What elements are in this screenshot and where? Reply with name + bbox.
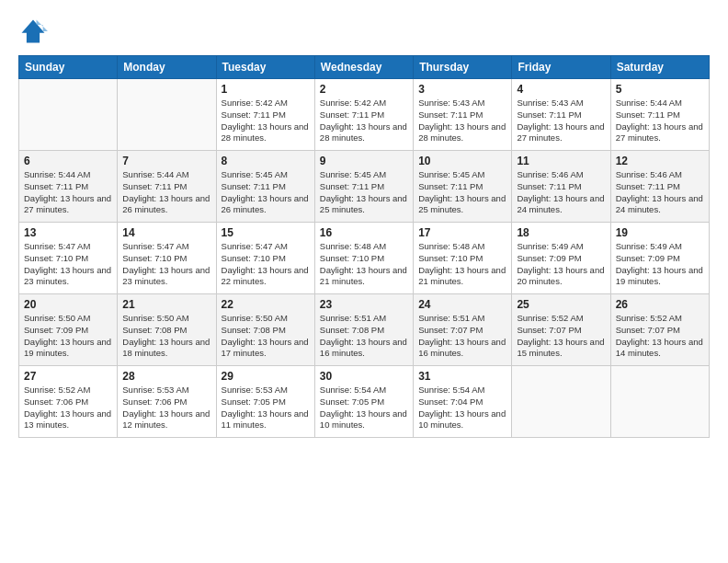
calendar-cell: 4Sunrise: 5:43 AMSunset: 7:11 PMDaylight… [512, 79, 610, 151]
day-detail: Sunrise: 5:53 AMSunset: 7:05 PMDaylight:… [222, 385, 310, 431]
day-number: 12 [616, 155, 704, 167]
day-number: 15 [222, 226, 310, 239]
logo-icon [18, 17, 48, 46]
day-detail: Sunrise: 5:50 AMSunset: 7:08 PMDaylight:… [222, 313, 310, 360]
calendar-cell: 25Sunrise: 5:52 AMSunset: 7:07 PMDayligh… [512, 294, 610, 366]
col-header-saturday: Saturday [610, 56, 709, 79]
calendar-cell: 29Sunrise: 5:53 AMSunset: 7:05 PMDayligh… [216, 366, 314, 438]
day-number: 10 [418, 155, 506, 167]
calendar-cell [19, 79, 118, 151]
day-number: 14 [122, 226, 210, 239]
day-number: 9 [320, 155, 408, 167]
col-header-tuesday: Tuesday [216, 56, 314, 79]
day-detail: Sunrise: 5:45 AMSunset: 7:11 PMDaylight:… [320, 169, 408, 216]
day-number: 22 [222, 298, 310, 311]
day-number: 29 [222, 370, 310, 383]
day-number: 11 [517, 155, 605, 167]
calendar-cell: 26Sunrise: 5:52 AMSunset: 7:07 PMDayligh… [610, 294, 709, 366]
day-number: 17 [418, 226, 506, 239]
calendar-cell: 28Sunrise: 5:53 AMSunset: 7:06 PMDayligh… [118, 366, 216, 438]
day-detail: Sunrise: 5:46 AMSunset: 7:11 PMDaylight:… [616, 169, 704, 216]
calendar-cell: 22Sunrise: 5:50 AMSunset: 7:08 PMDayligh… [216, 294, 314, 366]
day-detail: Sunrise: 5:54 AMSunset: 7:05 PMDaylight:… [320, 385, 408, 431]
day-number: 31 [418, 370, 506, 383]
calendar-table: SundayMondayTuesdayWednesdayThursdayFrid… [18, 55, 710, 438]
day-detail: Sunrise: 5:47 AMSunset: 7:10 PMDaylight:… [222, 241, 310, 288]
calendar-cell: 17Sunrise: 5:48 AMSunset: 7:10 PMDayligh… [414, 223, 512, 294]
day-number: 3 [418, 83, 506, 96]
day-number: 20 [24, 298, 112, 311]
logo [18, 17, 51, 46]
calendar-cell: 21Sunrise: 5:50 AMSunset: 7:08 PMDayligh… [118, 294, 216, 366]
calendar-cell: 5Sunrise: 5:44 AMSunset: 7:11 PMDaylight… [610, 79, 709, 151]
day-number: 7 [122, 155, 210, 167]
day-number: 24 [418, 298, 506, 311]
calendar-cell: 20Sunrise: 5:50 AMSunset: 7:09 PMDayligh… [19, 294, 118, 366]
day-number: 2 [320, 83, 408, 96]
calendar-cell: 6Sunrise: 5:44 AMSunset: 7:11 PMDaylight… [19, 151, 118, 223]
calendar-cell [610, 366, 709, 438]
day-detail: Sunrise: 5:44 AMSunset: 7:11 PMDaylight:… [616, 98, 704, 144]
calendar-cell: 16Sunrise: 5:48 AMSunset: 7:10 PMDayligh… [314, 223, 413, 294]
svg-marker-0 [22, 20, 45, 43]
day-detail: Sunrise: 5:49 AMSunset: 7:09 PMDaylight:… [517, 241, 605, 288]
week-row-5: 27Sunrise: 5:52 AMSunset: 7:06 PMDayligh… [19, 366, 710, 438]
calendar-cell: 9Sunrise: 5:45 AMSunset: 7:11 PMDaylight… [314, 151, 413, 223]
day-number: 30 [320, 370, 408, 383]
day-detail: Sunrise: 5:43 AMSunset: 7:11 PMDaylight:… [517, 98, 605, 144]
day-number: 26 [616, 298, 704, 311]
day-detail: Sunrise: 5:52 AMSunset: 7:07 PMDaylight:… [517, 313, 605, 360]
calendar-cell: 8Sunrise: 5:45 AMSunset: 7:11 PMDaylight… [216, 151, 314, 223]
calendar-cell: 24Sunrise: 5:51 AMSunset: 7:07 PMDayligh… [414, 294, 512, 366]
week-row-2: 6Sunrise: 5:44 AMSunset: 7:11 PMDaylight… [19, 151, 710, 223]
col-header-thursday: Thursday [414, 56, 512, 79]
day-number: 16 [320, 226, 408, 239]
col-header-wednesday: Wednesday [314, 56, 413, 79]
page: SundayMondayTuesdayWednesdayThursdayFrid… [0, 0, 728, 563]
day-number: 21 [122, 298, 210, 311]
day-detail: Sunrise: 5:42 AMSunset: 7:11 PMDaylight:… [222, 98, 310, 144]
day-detail: Sunrise: 5:43 AMSunset: 7:11 PMDaylight:… [418, 98, 506, 144]
calendar-cell: 13Sunrise: 5:47 AMSunset: 7:10 PMDayligh… [19, 223, 118, 294]
week-row-4: 20Sunrise: 5:50 AMSunset: 7:09 PMDayligh… [19, 294, 710, 366]
day-detail: Sunrise: 5:42 AMSunset: 7:11 PMDaylight:… [320, 98, 408, 144]
day-number: 1 [222, 83, 310, 96]
day-number: 13 [24, 226, 112, 239]
day-detail: Sunrise: 5:52 AMSunset: 7:06 PMDaylight:… [24, 385, 112, 431]
day-detail: Sunrise: 5:52 AMSunset: 7:07 PMDaylight:… [616, 313, 704, 360]
day-number: 25 [517, 298, 605, 311]
calendar-cell: 12Sunrise: 5:46 AMSunset: 7:11 PMDayligh… [610, 151, 709, 223]
day-number: 4 [517, 83, 605, 96]
day-number: 27 [24, 370, 112, 383]
day-detail: Sunrise: 5:46 AMSunset: 7:11 PMDaylight:… [517, 169, 605, 216]
day-number: 23 [320, 298, 408, 311]
day-number: 18 [517, 226, 605, 239]
calendar-cell: 11Sunrise: 5:46 AMSunset: 7:11 PMDayligh… [512, 151, 610, 223]
day-detail: Sunrise: 5:47 AMSunset: 7:10 PMDaylight:… [122, 241, 210, 288]
col-header-sunday: Sunday [19, 56, 118, 79]
day-detail: Sunrise: 5:45 AMSunset: 7:11 PMDaylight:… [418, 169, 506, 216]
calendar-cell [512, 366, 610, 438]
week-row-3: 13Sunrise: 5:47 AMSunset: 7:10 PMDayligh… [19, 223, 710, 294]
day-detail: Sunrise: 5:48 AMSunset: 7:10 PMDaylight:… [418, 241, 506, 288]
day-detail: Sunrise: 5:50 AMSunset: 7:08 PMDaylight:… [122, 313, 210, 360]
day-number: 5 [616, 83, 704, 96]
day-detail: Sunrise: 5:44 AMSunset: 7:11 PMDaylight:… [122, 169, 210, 216]
day-detail: Sunrise: 5:51 AMSunset: 7:08 PMDaylight:… [320, 313, 408, 360]
day-number: 19 [616, 226, 704, 239]
calendar-cell: 15Sunrise: 5:47 AMSunset: 7:10 PMDayligh… [216, 223, 314, 294]
calendar-cell: 1Sunrise: 5:42 AMSunset: 7:11 PMDaylight… [216, 79, 314, 151]
day-detail: Sunrise: 5:48 AMSunset: 7:10 PMDaylight:… [320, 241, 408, 288]
col-header-monday: Monday [118, 56, 216, 79]
col-header-friday: Friday [512, 56, 610, 79]
calendar-cell: 2Sunrise: 5:42 AMSunset: 7:11 PMDaylight… [314, 79, 413, 151]
day-number: 28 [122, 370, 210, 383]
day-detail: Sunrise: 5:51 AMSunset: 7:07 PMDaylight:… [418, 313, 506, 360]
day-detail: Sunrise: 5:50 AMSunset: 7:09 PMDaylight:… [24, 313, 112, 360]
week-row-1: 1Sunrise: 5:42 AMSunset: 7:11 PMDaylight… [19, 79, 710, 151]
day-detail: Sunrise: 5:54 AMSunset: 7:04 PMDaylight:… [418, 385, 506, 431]
calendar-cell: 3Sunrise: 5:43 AMSunset: 7:11 PMDaylight… [414, 79, 512, 151]
day-detail: Sunrise: 5:47 AMSunset: 7:10 PMDaylight:… [24, 241, 112, 288]
day-detail: Sunrise: 5:53 AMSunset: 7:06 PMDaylight:… [122, 385, 210, 431]
header [18, 17, 710, 46]
